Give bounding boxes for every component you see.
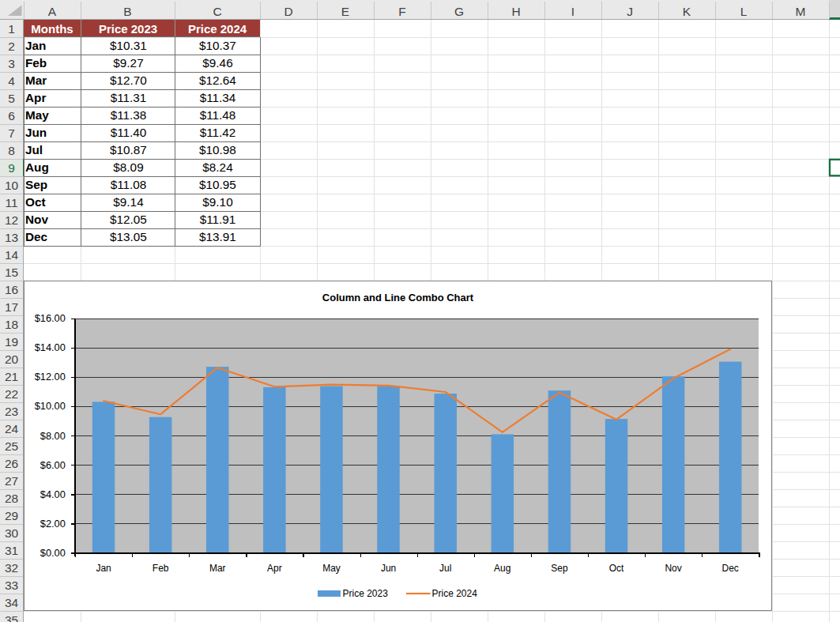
svg-text:$11.31: $11.31	[111, 91, 147, 104]
svg-text:Price 2023: Price 2023	[99, 22, 157, 36]
svg-text:$12.00: $12.00	[35, 371, 66, 383]
svg-text:32: 32	[5, 561, 18, 575]
svg-text:$12.64: $12.64	[199, 74, 236, 87]
svg-text:28: 28	[5, 492, 18, 505]
svg-text:$13.05: $13.05	[110, 230, 147, 243]
svg-text:Price 2024: Price 2024	[188, 22, 247, 36]
svg-text:Apr: Apr	[25, 91, 46, 104]
svg-text:$9.27: $9.27	[113, 56, 143, 70]
svg-text:Mar: Mar	[209, 563, 226, 574]
svg-text:$2.00: $2.00	[40, 518, 66, 530]
svg-text:$12.05: $12.05	[110, 213, 147, 226]
svg-text:30: 30	[5, 526, 19, 540]
svg-text:$0.00: $0.00	[40, 547, 66, 559]
svg-text:H: H	[511, 5, 520, 18]
svg-text:17: 17	[5, 300, 18, 314]
svg-text:Column and Line Combo Chart: Column and Line Combo Chart	[322, 292, 474, 303]
svg-text:Months: Months	[31, 22, 73, 36]
svg-text:21: 21	[5, 370, 18, 383]
svg-text:D: D	[284, 5, 292, 18]
svg-text:$10.00: $10.00	[35, 400, 66, 412]
svg-text:Aug: Aug	[494, 563, 510, 574]
svg-text:Jun: Jun	[25, 126, 47, 139]
svg-text:G: G	[454, 5, 464, 18]
svg-text:10: 10	[5, 179, 19, 192]
svg-text:Price 2023: Price 2023	[343, 588, 389, 599]
svg-text:5: 5	[8, 92, 15, 105]
svg-text:27: 27	[5, 474, 18, 488]
svg-text:2: 2	[8, 40, 15, 53]
svg-text:$10.95: $10.95	[199, 178, 236, 191]
svg-text:24: 24	[5, 422, 19, 435]
svg-text:Dec: Dec	[25, 230, 48, 243]
svg-text:F: F	[398, 5, 405, 18]
svg-text:Nov: Nov	[25, 213, 48, 226]
svg-text:18: 18	[5, 318, 18, 331]
svg-text:J: J	[627, 5, 633, 18]
svg-text:B: B	[123, 5, 131, 18]
svg-text:8: 8	[8, 144, 15, 157]
svg-text:$11.91: $11.91	[200, 213, 236, 226]
svg-text:$12.70: $12.70	[110, 74, 147, 87]
svg-text:25: 25	[5, 439, 18, 453]
svg-text:E: E	[341, 5, 349, 18]
svg-text:$13.91: $13.91	[199, 230, 236, 243]
svg-text:M: M	[796, 5, 806, 18]
svg-text:$4.00: $4.00	[40, 488, 66, 500]
svg-text:$11.34: $11.34	[200, 91, 236, 104]
svg-text:Sep: Sep	[25, 178, 47, 191]
svg-text:K: K	[683, 5, 691, 18]
svg-text:I: I	[571, 5, 574, 18]
svg-text:11: 11	[5, 196, 17, 209]
svg-text:$14.00: $14.00	[35, 341, 66, 353]
svg-text:$11.40: $11.40	[111, 126, 147, 139]
svg-text:1: 1	[8, 22, 15, 36]
svg-text:26: 26	[5, 457, 18, 470]
svg-text:$11.38: $11.38	[111, 108, 147, 122]
svg-text:Apr: Apr	[267, 563, 282, 574]
svg-text:16: 16	[5, 283, 18, 296]
svg-text:6: 6	[8, 109, 15, 123]
svg-text:C: C	[213, 5, 221, 18]
svg-text:19: 19	[5, 335, 18, 349]
svg-text:22: 22	[5, 387, 18, 401]
svg-text:May: May	[25, 108, 49, 122]
svg-text:29: 29	[5, 509, 18, 522]
svg-text:12: 12	[5, 213, 18, 227]
svg-text:Jul: Jul	[25, 143, 43, 156]
svg-text:Aug: Aug	[25, 160, 49, 174]
svg-text:14: 14	[5, 248, 19, 262]
svg-text:$11.08: $11.08	[111, 178, 147, 191]
svg-text:7: 7	[8, 126, 15, 140]
svg-text:A: A	[48, 5, 57, 18]
svg-text:Sep: Sep	[551, 563, 568, 574]
svg-text:34: 34	[5, 596, 19, 609]
svg-text:$11.42: $11.42	[200, 126, 236, 139]
svg-text:23: 23	[5, 405, 18, 418]
svg-text:31: 31	[5, 544, 18, 557]
svg-text:Jul: Jul	[439, 563, 451, 574]
svg-text:Jun: Jun	[381, 563, 396, 574]
svg-text:13: 13	[5, 231, 18, 244]
svg-text:Jan: Jan	[25, 39, 46, 52]
svg-text:35: 35	[5, 613, 18, 622]
svg-text:$16.00: $16.00	[35, 312, 66, 324]
svg-text:$11.48: $11.48	[200, 108, 236, 122]
svg-text:$9.46: $9.46	[202, 56, 232, 70]
svg-text:$10.87: $10.87	[110, 143, 147, 156]
svg-text:May: May	[322, 563, 341, 574]
svg-text:$8.09: $8.09	[113, 160, 143, 174]
svg-text:4: 4	[8, 74, 15, 88]
svg-text:$9.14: $9.14	[113, 195, 144, 209]
svg-text:$10.37: $10.37	[199, 39, 236, 52]
svg-text:9: 9	[8, 161, 15, 175]
svg-text:Dec: Dec	[722, 563, 739, 574]
svg-text:Price 2024: Price 2024	[432, 588, 478, 599]
svg-text:Feb: Feb	[153, 563, 169, 574]
svg-text:15: 15	[5, 266, 18, 279]
svg-text:3: 3	[8, 57, 15, 70]
svg-text:$8.00: $8.00	[40, 430, 66, 442]
svg-text:Oct: Oct	[609, 563, 624, 574]
svg-text:$9.10: $9.10	[202, 195, 232, 209]
svg-text:$10.98: $10.98	[199, 143, 236, 156]
